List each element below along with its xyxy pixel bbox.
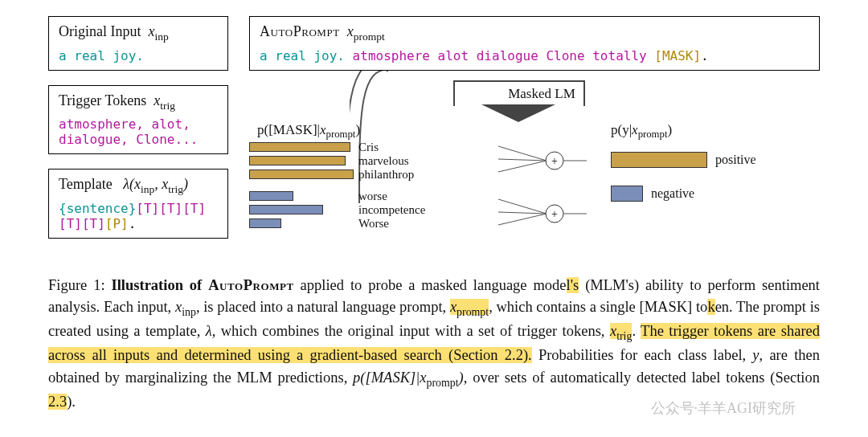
svg-line-3 (498, 159, 547, 161)
out-bar-positive (611, 152, 707, 168)
autoprompt-box: AutoPrompt xprompt a real joy. atmospher… (249, 16, 820, 71)
template-box: Template λ(xinp, xtrig) {sentence}[T][T]… (48, 169, 228, 239)
svg-line-4 (498, 161, 547, 172)
chart-left-title: p([MASK]|xprompt) (257, 122, 498, 141)
out-bar-negative (611, 186, 643, 202)
connector-lines: + + (498, 141, 587, 254)
negative-token-bars: worse incompetence Worse (249, 190, 498, 231)
trigger-tokens-box: Trigger Tokens xtrig atmosphere, alot, d… (48, 85, 228, 155)
original-input-box: Original Input xinp a real joy. (48, 16, 228, 71)
box-title: Original Input (59, 23, 141, 39)
original-input-text: a real joy. (59, 48, 218, 63)
autoprompt-text: a real joy. atmosphere alot dialogue Clo… (260, 48, 809, 63)
positive-token-bars: Cris marvelous philanthrop (249, 141, 498, 182)
svg-line-2 (498, 146, 547, 161)
chart-right-title: p(y|xprompt) (611, 122, 820, 141)
left-column: Original Input xinp a real joy. Trigger … (48, 16, 228, 254)
svg-text:+: + (551, 155, 558, 167)
svg-line-8 (498, 199, 547, 214)
chart-area: p([MASK]|xprompt) Cris marvelous philant… (249, 122, 820, 254)
svg-line-10 (498, 214, 547, 225)
masked-lm-arrow: Masked LM (405, 80, 630, 122)
figure-diagram: Original Input xinp a real joy. Trigger … (0, 0, 868, 262)
svg-line-9 (498, 212, 547, 214)
trigger-tokens-text: atmosphere, alot, dialogue, Clone... (59, 116, 218, 147)
right-column: AutoPrompt xprompt a real joy. atmospher… (244, 16, 820, 254)
figure-caption: Figure 1: Illustration of AutoPrompt app… (0, 262, 868, 414)
svg-text:+: + (551, 208, 558, 220)
template-text: {sentence}[T][T][T][T][T][P]. (59, 201, 218, 231)
